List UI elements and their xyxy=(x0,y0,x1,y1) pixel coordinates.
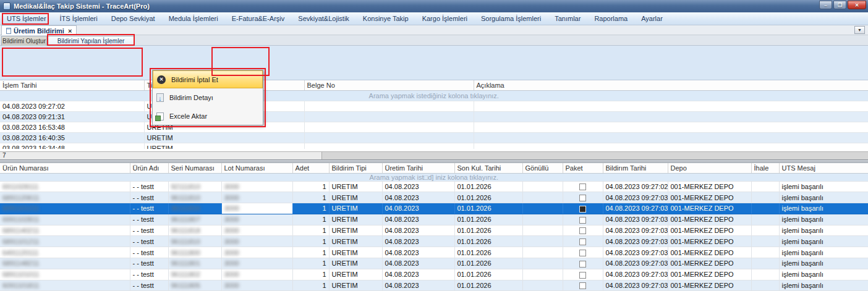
menu-item-bildirim-detay[interactable]: Bildirim Detayı xyxy=(153,88,263,107)
cell-bildir-m-tarihi: 04.08.2023 09:27:03 xyxy=(603,192,668,203)
paket-checkbox[interactable] xyxy=(579,227,586,234)
menu-item-excele-aktar[interactable]: Excele Aktar xyxy=(153,107,263,125)
window-title: Medikal&İlaç Takip Sistemi - TraceArt(Pr… xyxy=(14,2,150,10)
cell-i-hale xyxy=(751,214,779,225)
paket-checkbox[interactable] xyxy=(579,238,586,245)
cell-uts-mesaj: işlemi başarılı xyxy=(779,181,868,192)
column-header-r-n-numaras[interactable]: Ürün Numarası xyxy=(0,163,130,173)
table-row[interactable]: 6891101011- - testt9611180230001URETIM04… xyxy=(0,269,868,280)
paket-checkbox[interactable] xyxy=(579,206,586,213)
column-header-lot-numaras[interactable]: Lot Numarası xyxy=(221,163,292,173)
cell-son-kul-tarihi: 01.01.2026 xyxy=(454,258,522,269)
tab-uretim-bildirimi[interactable]: Üretim Bildirimi × xyxy=(1,25,77,35)
cell-retim-tarihi: 04.08.2023 xyxy=(382,214,454,225)
paket-checkbox[interactable] xyxy=(579,217,586,224)
cell-bildirim-tipi: URETIM xyxy=(329,203,382,214)
column-header-g-n-ll[interactable]: Gönüllü xyxy=(522,163,563,173)
cell-bildir-m-tarihi: 04.08.2023 09:27:03 xyxy=(603,269,668,280)
table-row[interactable]: 6891101211- - testt9611181030001URETIM04… xyxy=(0,236,868,247)
column-header-depo[interactable]: Depo xyxy=(668,163,751,173)
table-row[interactable]: 6991102811- - testt9611180730001URETIM04… xyxy=(0,214,868,225)
subtab-bildirimi-yap-lan-i-lemler[interactable]: Bildirimi Yapılan İşlemler xyxy=(48,36,134,46)
search-hint-row[interactable]: Arama yapmak ist□d] iniz kolona tıklayın… xyxy=(0,173,868,181)
cell-uts-mesaj: işlemi başarılı xyxy=(779,214,868,225)
cell-lot-numaras: 3000 xyxy=(221,225,292,236)
menubar-item-ayarlar[interactable]: Ayarlar xyxy=(634,12,670,25)
column-header-uts-mesaj[interactable]: UTS Mesaj xyxy=(779,163,868,173)
paket-checkbox[interactable] xyxy=(579,250,586,256)
column-header-adet[interactable]: Adet xyxy=(292,163,329,173)
menubar-item-e-fatura-e-ar-iv[interactable]: E-Fatura&E-Arşiv xyxy=(225,12,292,25)
table-row[interactable]: 04.08.2023 09:21:31URETIM xyxy=(0,111,868,122)
cell-bildirim-tipi: URETIM xyxy=(329,214,382,225)
menubar-item-konsinye-takip[interactable]: Konsinye Takip xyxy=(356,12,415,25)
subtab-bildirimi-olu-tur[interactable]: Bildirimi Oluştur xyxy=(1,36,47,46)
cell-bildirim-tipi: URETIM xyxy=(329,247,382,258)
search-hint-row[interactable]: Arama yapmak istediğiniz kolona tıklayın… xyxy=(0,90,868,101)
column-header-retim-tarihi[interactable]: Üretim Tarihi xyxy=(382,163,454,173)
cell-i-lem-tarihi: 04.08.2023 09:21:31 xyxy=(0,111,144,122)
cell-adet: 1 xyxy=(292,280,329,291)
paket-checkbox[interactable] xyxy=(579,282,586,289)
table-row[interactable]: 6491120111- - testt9611180030001URETIM04… xyxy=(0,247,868,258)
table-row[interactable]: 6091101811- - testt9611180530001URETIM04… xyxy=(0,280,868,291)
column-header-belge-no[interactable]: Belge No xyxy=(304,80,474,90)
menubar-item-depo-sevkiyat[interactable]: Depo Sevkiyat xyxy=(104,12,162,25)
column-header-paket[interactable]: Paket xyxy=(563,163,603,173)
cell-g-n-ll xyxy=(522,280,563,291)
column-header-bildirim-tipi[interactable]: Bildirim Tipi xyxy=(329,163,382,173)
tab-close-icon[interactable]: × xyxy=(68,27,72,35)
menubar-item-raporlama[interactable]: Raporlama xyxy=(587,12,634,25)
cell-bildir-m-tarihi: 04.08.2023 09:27:03 xyxy=(603,280,668,291)
cell-son-kul-tarihi: 01.01.2026 xyxy=(454,247,522,258)
column-header-bildir-m-tarihi[interactable]: Bildirım Tarihi xyxy=(603,163,668,173)
menubar-item-kargo-i-lemleri[interactable]: Kargo İşlemleri xyxy=(415,12,474,25)
menubar-item-sevkiyat-lojistik[interactable]: Sevkiyat&Lojistik xyxy=(291,12,356,25)
column-header-seri-numaras[interactable]: Seri Numarası xyxy=(168,163,221,173)
cell-adet: 1 xyxy=(292,225,329,236)
menu-item-bildirimi-i-ptal-et[interactable]: Bildirimi İptal Et xyxy=(153,70,263,88)
column-header-i-hale[interactable]: İhale xyxy=(751,163,779,173)
table-row[interactable]: 6891140211- - testt9611181830001URETIM04… xyxy=(0,225,868,236)
table-row[interactable]: 04.08.2023 09:27:02URETIM xyxy=(0,101,868,111)
close-button[interactable]: ✕ xyxy=(848,1,866,9)
cell-i-lem-tarihi: 03.08.2023 16:34:48 xyxy=(0,143,144,149)
table-row[interactable]: 03.08.2023 16:34:48URETIM xyxy=(0,143,868,149)
paket-checkbox[interactable] xyxy=(579,183,586,190)
menubar-item-uts-i-lemler[interactable]: UTS İşlemler xyxy=(0,12,53,25)
maximize-button[interactable]: ❐ xyxy=(833,1,846,9)
table-row[interactable]: 6911028111- - testt9211181030001URETIM04… xyxy=(0,181,868,192)
table-row[interactable]: 03.08.2023 16:53:48URETIM xyxy=(0,122,868,132)
column-header-i-lem-tarihi[interactable]: İşlem Tarihi xyxy=(0,80,144,90)
cell-bildirim-tipi: URETIM xyxy=(329,192,382,203)
cell-a-klama xyxy=(474,143,868,149)
minimize-button[interactable]: – xyxy=(819,1,832,9)
cell-depo: 001-MERKEZ DEPO xyxy=(668,247,751,258)
menubar-item-medula-i-lemleri[interactable]: Medula İşlemleri xyxy=(162,12,225,25)
column-header-r-n-ad[interactable]: Ürün Adı xyxy=(130,163,168,173)
table-row[interactable]: 6891120611- - testt9611181030001URETIM04… xyxy=(0,192,868,203)
cell-r-n-numaras: 6891120611 xyxy=(0,192,130,203)
cell-bildirim-tipi: URETIM xyxy=(329,269,382,280)
cell-uts-mesaj: işlemi başarılı xyxy=(779,192,868,203)
table-row[interactable]: 6891148211- - testt9611180130001URETIM04… xyxy=(0,258,868,269)
cell-paket xyxy=(563,214,603,225)
table-row[interactable]: 6091101211- - testt9611181630001URETIM04… xyxy=(0,203,868,214)
paket-checkbox[interactable] xyxy=(579,272,586,279)
column-header-a-klama[interactable]: Açıklama xyxy=(474,80,868,90)
cell-retim-tarihi: 04.08.2023 xyxy=(382,192,454,203)
menubar-item-sorgulama-i-lemleri[interactable]: Sorgulama İşlemleri xyxy=(474,12,548,25)
table-row[interactable]: 03.08.2023 16:40:35URETIM xyxy=(0,132,868,143)
cell-retim-tarihi: 04.08.2023 xyxy=(382,225,454,236)
menubar-item-i-ts-i-lemleri[interactable]: İTS İşlemleri xyxy=(53,12,104,25)
menubar-item-tan-mlar[interactable]: Tanımlar xyxy=(548,12,587,25)
paket-checkbox[interactable] xyxy=(579,261,586,268)
cell-son-kul-tarihi: 01.01.2026 xyxy=(454,269,522,280)
column-header-son-kul-tarihi[interactable]: Son Kul. Tarihi xyxy=(454,163,522,173)
redacted-value: 6991102811 xyxy=(2,216,40,223)
redacted-value: 3000 xyxy=(224,227,239,234)
tab-list-dropdown-button[interactable]: ▼ xyxy=(854,26,865,34)
app-icon xyxy=(3,2,11,10)
redacted-value: 96111805 xyxy=(171,282,200,289)
paket-checkbox[interactable] xyxy=(579,195,586,201)
